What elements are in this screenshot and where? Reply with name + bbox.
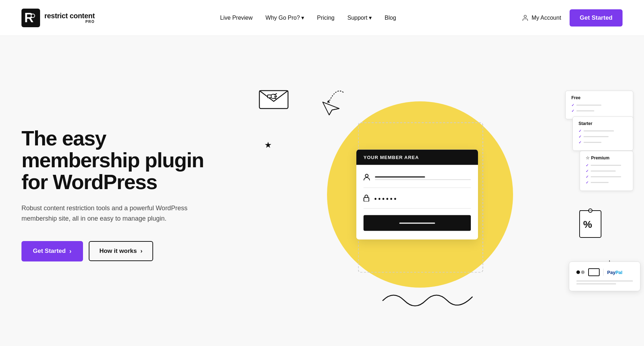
member-submit-button — [364, 215, 471, 231]
submit-line — [399, 222, 435, 224]
my-account-link[interactable]: My Account — [522, 14, 561, 21]
paypal-logo: PayPal — [607, 269, 623, 275]
site-header: R restrict content PRO Live Preview Why … — [0, 0, 644, 36]
pricing-starter-title: Starter — [579, 121, 627, 126]
logo-text-main: restrict content — [44, 12, 95, 19]
password-dots: •••••• — [374, 195, 398, 203]
pricing-free-title: Free — [571, 95, 627, 100]
check-icon: ✓ — [586, 181, 589, 184]
svg-rect-13 — [364, 198, 369, 202]
arrow-right-secondary-icon: › — [141, 248, 143, 255]
divider — [603, 269, 604, 276]
user-icon — [522, 14, 529, 21]
arrow-right-icon: › — [69, 248, 72, 255]
pricing-card-free: Free ✓ ✓ — [565, 91, 633, 119]
hero-illustration: ★ ★ YOUR MEMBER AREA — [236, 69, 623, 320]
member-area-card: YOUR MEMBER AREA — [356, 150, 478, 240]
payment-card-illustration: PayPal — [569, 261, 640, 291]
check-icon: ✓ — [579, 129, 581, 133]
hero-left: The easy membership plugin for WordPress… — [21, 128, 236, 261]
hero-get-started-button[interactable]: Get Started › — [21, 241, 83, 261]
user-field-icon — [364, 174, 370, 183]
credit-card-icon — [588, 268, 600, 276]
my-account-label: My Account — [532, 15, 561, 21]
check-icon: ✓ — [586, 175, 589, 179]
support-chevron: ▾ — [369, 14, 372, 21]
main-content: The easy membership plugin for WordPress… — [0, 36, 644, 346]
why-go-pro-chevron: ▾ — [301, 14, 304, 21]
check-icon: ✓ — [571, 103, 574, 107]
svg-rect-6 — [268, 95, 271, 98]
nav-live-preview[interactable]: Live Preview — [220, 15, 253, 21]
payment-lines — [576, 280, 633, 284]
header-get-started-button[interactable]: Get Started — [570, 9, 623, 27]
hero-how-it-works-button[interactable]: How it works › — [89, 241, 153, 261]
pricing-cards-illustration: Free ✓ ✓ Starter ✓ — [565, 91, 633, 194]
payment-icons: PayPal — [576, 268, 633, 276]
squiggle-decoration — [379, 286, 479, 309]
hero-title: The easy membership plugin for WordPress — [21, 128, 222, 193]
check-icon: ✓ — [571, 109, 574, 113]
svg-point-2 — [31, 14, 35, 18]
check-icon: ✓ — [579, 140, 581, 144]
svg-text:%: % — [583, 219, 592, 230]
logo-text-pro: PRO — [44, 20, 95, 24]
svg-point-3 — [524, 15, 526, 18]
pricing-premium-title: ☆ Premium — [586, 155, 627, 160]
logo[interactable]: R restrict content PRO — [21, 9, 95, 27]
member-area-header: YOUR MEMBER AREA — [356, 150, 478, 165]
pricing-card-premium: ☆ Premium ✓ ✓ ✓ ✓ — [580, 151, 633, 191]
check-icon: ✓ — [586, 169, 589, 173]
main-nav: Live Preview Why Go Pro? ▾ Pricing Suppo… — [220, 14, 396, 21]
lock-field-icon — [364, 194, 369, 203]
credit-card-dots — [576, 270, 585, 274]
check-icon: ✓ — [579, 135, 581, 139]
coupon-tag: % — [578, 207, 603, 241]
member-area-body: •••••• — [356, 165, 478, 240]
svg-line-11 — [329, 110, 332, 115]
nav-support[interactable]: Support ▾ — [347, 14, 372, 21]
logo-icon: R — [21, 9, 40, 27]
pricing-card-starter: Starter ✓ ✓ ✓ — [572, 116, 633, 151]
username-field — [364, 174, 471, 188]
nav-blog[interactable]: Blog — [385, 15, 396, 21]
password-field: •••••• — [364, 194, 471, 209]
header-right: My Account Get Started — [522, 9, 623, 27]
hero-subtitle: Robust content restriction tools and a p… — [21, 203, 193, 224]
hero-buttons: Get Started › How it works › — [21, 241, 222, 261]
nav-why-go-pro[interactable]: Why Go Pro? ▾ — [265, 14, 304, 21]
nav-pricing[interactable]: Pricing — [317, 15, 335, 21]
paper-plane-decoration — [322, 101, 340, 117]
check-icon: ✓ — [586, 163, 589, 167]
svg-line-10 — [332, 109, 339, 110]
star-decoration-1: ★ — [265, 141, 271, 149]
envelope-illustration — [258, 83, 290, 112]
